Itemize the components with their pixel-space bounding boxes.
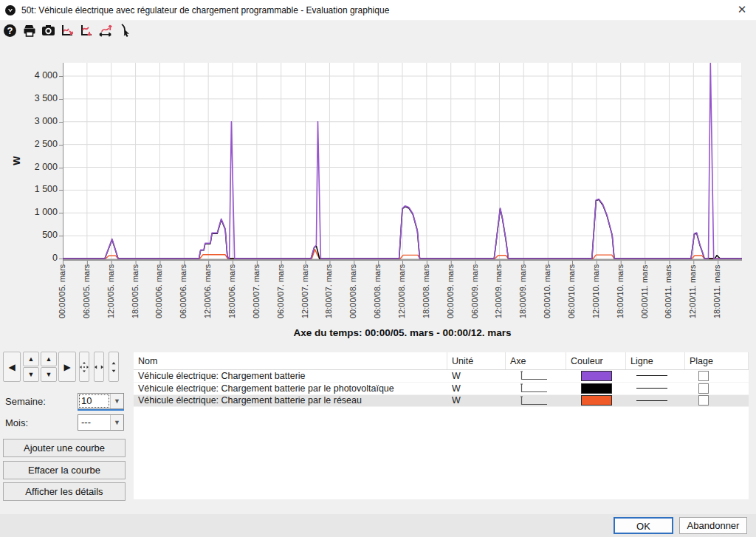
- curve-line-cell[interactable]: [626, 383, 685, 394]
- curve-unit: W: [447, 395, 506, 407]
- x-tick-label: 12:00/11. mars: [688, 264, 699, 326]
- app-logo-icon: [5, 5, 16, 16]
- axis-glyph-icon: [518, 370, 550, 381]
- x-tick-label: 06:00/09. mars: [470, 264, 481, 326]
- column-header[interactable]: Unité: [447, 352, 506, 369]
- pan-all-directions-button[interactable]: [79, 352, 89, 382]
- dialog-window: 50t: Véhicule électrique avec régulateur…: [0, 0, 756, 537]
- table-row[interactable]: Véhicule électrique: Chargement batterie…: [134, 370, 749, 383]
- table-row[interactable]: Véhicule électrique: Chargement batterie…: [134, 395, 749, 408]
- x-tick-label: 00:00/10. mars: [543, 264, 554, 326]
- curve-table: NomUnitéAxeCouleurLignePlage Véhicule él…: [134, 352, 749, 499]
- curve-line-cell[interactable]: [626, 370, 685, 382]
- y-tick-label: 3 500: [13, 93, 58, 103]
- curve-cursor-icon[interactable]: [117, 23, 133, 38]
- stretch-x-button[interactable]: [94, 352, 104, 382]
- x-tick-label: 18:00/11. mars: [712, 264, 724, 326]
- y-tick-label: 0: [13, 253, 58, 263]
- x-tick-label: 00:00/11. mars: [640, 264, 651, 326]
- column-header[interactable]: Ligne: [626, 352, 685, 369]
- add-curve-button[interactable]: Ajouter une courbe: [3, 439, 126, 457]
- color-swatch[interactable]: [581, 395, 612, 406]
- curve-range-cell: [685, 395, 749, 407]
- snapshot-icon[interactable]: [41, 23, 56, 38]
- curve-unit: W: [447, 383, 506, 394]
- color-swatch[interactable]: [581, 383, 612, 394]
- y-tick-mark: [59, 236, 63, 236]
- title-bar: 50t: Véhicule électrique avec régulateur…: [0, 0, 756, 21]
- window-title: 50t: Véhicule électrique avec régulateur…: [21, 5, 389, 16]
- x-tick-label: 12:00/09. mars: [494, 264, 505, 326]
- axis-glyph-icon: [518, 383, 550, 394]
- column-header[interactable]: Couleur: [566, 352, 626, 369]
- x-tick-label: 06:00/10. mars: [567, 264, 578, 326]
- curve-axis-cell[interactable]: [506, 370, 566, 382]
- scroll-right-button[interactable]: ▶: [58, 352, 76, 382]
- curve-table-header: NomUnitéAxeCouleurLignePlage: [134, 352, 749, 370]
- scroll-left-button[interactable]: ◀: [3, 352, 21, 382]
- curve-color-cell[interactable]: [566, 383, 626, 394]
- curve-axis-cell[interactable]: [506, 383, 566, 394]
- x-tick-label: 18:00/08. mars: [422, 264, 433, 326]
- close-icon[interactable]: ✕: [734, 2, 750, 17]
- scale-up-button-2[interactable]: ▲: [41, 352, 57, 366]
- range-checkbox[interactable]: [698, 383, 709, 394]
- column-header[interactable]: Nom: [134, 352, 447, 369]
- x-tick-label: 18:00/09. mars: [518, 264, 529, 326]
- y-tick-mark: [59, 213, 63, 213]
- curve-line-cell[interactable]: [626, 395, 685, 407]
- delete-curve-button[interactable]: Effacer la courbe: [3, 461, 126, 479]
- stretch-y-button[interactable]: [109, 352, 119, 382]
- column-header[interactable]: Axe: [506, 352, 566, 369]
- scale-down-button-1[interactable]: ▼: [23, 367, 39, 382]
- month-select-value: ---: [78, 415, 110, 430]
- color-swatch[interactable]: [581, 371, 612, 381]
- ok-button[interactable]: OK: [614, 517, 673, 534]
- week-select[interactable]: 10 ▼: [78, 393, 124, 409]
- cancel-button[interactable]: Abandonner: [679, 517, 747, 534]
- x-tick-label: 12:00/08. mars: [397, 264, 408, 326]
- month-select[interactable]: --- ▼: [78, 414, 124, 431]
- print-icon[interactable]: [21, 23, 37, 38]
- x-tick-label: 18:00/10. mars: [616, 264, 627, 326]
- help-icon[interactable]: ?: [2, 23, 18, 38]
- scale-up-button-1[interactable]: ▲: [23, 352, 39, 366]
- fit-axes-icon[interactable]: [98, 23, 114, 38]
- y-tick-mark: [59, 190, 63, 191]
- line-style-glyph: [636, 388, 667, 389]
- y-tick-mark: [59, 76, 63, 77]
- range-checkbox[interactable]: [698, 371, 709, 381]
- x-tick-label: 06:00/08. mars: [373, 264, 384, 326]
- curve-color-cell[interactable]: [566, 395, 626, 407]
- curve-range-cell: [685, 370, 749, 382]
- y-tick-label: 3 000: [13, 116, 58, 126]
- zoom-x-axis-icon[interactable]: [60, 23, 75, 38]
- x-axis-title: Axe du temps: 00:00/05. mars - 00:00/12.…: [63, 327, 742, 338]
- show-details-button[interactable]: Afficher les détails: [3, 482, 126, 501]
- chevron-down-icon[interactable]: ▼: [110, 394, 123, 408]
- range-checkbox[interactable]: [698, 395, 709, 406]
- column-header[interactable]: Plage: [685, 352, 749, 369]
- axis-glyph-icon: [518, 395, 550, 406]
- curve-range-cell: [685, 383, 749, 394]
- table-row[interactable]: Véhicule électrique: Chargement batterie…: [134, 383, 749, 395]
- curve-color-cell[interactable]: [566, 370, 626, 382]
- curve-name: Véhicule électrique: Chargement batterie…: [134, 395, 447, 407]
- curve-axis-cell[interactable]: [506, 395, 566, 407]
- zoom-y-axis-icon[interactable]: [79, 23, 94, 38]
- scale-down-button-2[interactable]: ▼: [41, 367, 57, 382]
- chevron-down-icon[interactable]: ▼: [110, 415, 123, 430]
- y-tick-label: 500: [13, 230, 58, 240]
- month-label: Mois:: [5, 417, 28, 428]
- x-tick-label: 18:00/07. mars: [324, 264, 335, 326]
- x-tick-label: 18:00/05. mars: [131, 264, 142, 326]
- x-tick-label: 12:00/10. mars: [591, 264, 602, 326]
- x-tick-label: 18:00/06. mars: [227, 264, 238, 326]
- y-tick-mark: [59, 259, 63, 259]
- x-tick-label: 00:00/06. mars: [154, 264, 165, 326]
- curve-unit: W: [447, 370, 506, 382]
- footer-bar: OK Abandonner: [0, 514, 756, 537]
- y-tick-mark: [59, 168, 63, 168]
- y-tick-mark: [59, 122, 63, 123]
- curve-name: Véhicule électrique: Chargement batterie: [134, 370, 447, 382]
